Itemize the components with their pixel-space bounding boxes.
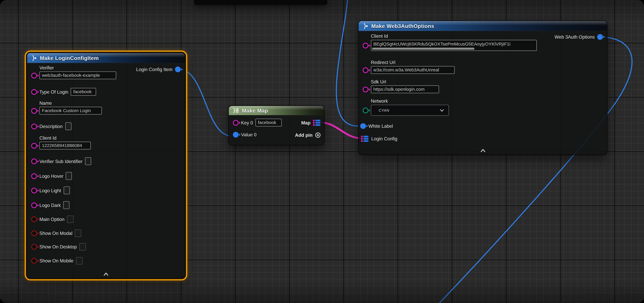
pin-label-value0: Value 0 — [241, 132, 256, 137]
pin-label-show-on-desktop: Show On Desktop — [40, 244, 77, 249]
make-map-icon — [232, 108, 239, 113]
output-row-web3auth-options: Web 3Auth Options — [554, 34, 603, 40]
pin-row-white-label: White Label — [360, 123, 393, 129]
pin-label-description: Description — [40, 124, 62, 129]
pin-logo-dark[interactable] — [31, 202, 37, 208]
pin-main-option[interactable] — [31, 216, 37, 222]
wire-map-to-login-config[interactable] — [320, 122, 362, 138]
pin-label-logo-hover: Logo Hover — [40, 174, 64, 178]
node-make-web3authoptions-header[interactable]: Make Web3AuthOptions — [358, 21, 607, 31]
pin-row-show-on-mobile: Show On Mobile — [31, 257, 82, 264]
node-make-map-header[interactable]: Make Map — [229, 106, 324, 116]
pin-client-id[interactable] — [31, 143, 37, 149]
pin-label-verifier: Verifier — [40, 65, 54, 70]
pin-logo-hover[interactable] — [31, 173, 37, 179]
map-pin-icon[interactable] — [361, 136, 369, 142]
pin-redirect-url[interactable] — [362, 67, 368, 73]
pin-label-client-id: Client Id — [371, 34, 388, 39]
pin-row-login-config: Login Config — [361, 136, 398, 142]
pin-label-main-option: Main Option — [40, 217, 64, 222]
pin-label-logo-light: Logo Light — [40, 188, 61, 193]
logo-dark-input[interactable] — [63, 201, 70, 209]
pin-label-white-label: White Label — [368, 124, 393, 128]
collapse-node-button[interactable] — [480, 149, 486, 153]
node-title: Make Map — [242, 107, 268, 114]
node-make-map[interactable]: Make Map Key 0 facebook Map Value 0 Add … — [228, 106, 324, 145]
main-option-checkbox[interactable] — [67, 216, 74, 223]
pin-label-client-id: Client Id — [40, 136, 56, 140]
wire-loginconfigitem-to-value0[interactable] — [179, 70, 232, 136]
output-pin-label: Login Config Item — [136, 67, 172, 72]
verifier-sub-identifier-input[interactable] — [85, 157, 91, 165]
pin-name[interactable] — [31, 108, 37, 114]
show-on-desktop-checkbox[interactable] — [79, 243, 86, 250]
wire-top-to-white-label[interactable] — [336, 0, 358, 126]
add-pin-button[interactable]: Add pin — [295, 132, 321, 138]
show-on-modal-checkbox[interactable] — [75, 230, 82, 237]
pin-row-verifier: Verifier web3auth-facebook-example — [31, 65, 116, 79]
type-of-login-input[interactable]: facebook — [71, 88, 96, 96]
name-input[interactable]: Facebook Custom Login — [40, 107, 102, 114]
pin-verifier[interactable] — [31, 73, 37, 78]
graph-canvas[interactable]: Make LoginConfigItem Login Config Item V… — [0, 0, 644, 303]
pin-label-show-on-mobile: Show On Mobile — [40, 258, 73, 263]
sdk-url-input[interactable]: https://sdk.openlogin.com — [371, 85, 439, 93]
output-pin-login-config-item[interactable] — [175, 66, 181, 72]
pin-row-description: Description — [31, 122, 71, 130]
pin-description[interactable] — [31, 124, 37, 129]
client-id-input[interactable]: 1222658941886084 — [40, 142, 91, 150]
pin-label-network: Network — [371, 98, 388, 104]
network-dropdown[interactable]: CYAN — [371, 105, 449, 116]
node-make-loginconfigitem-header[interactable]: Make LoginConfigItem — [27, 53, 185, 63]
pin-label-logo-dark: Logo Dark — [40, 202, 61, 208]
pin-value0[interactable] — [233, 132, 238, 138]
output-pin-web3auth-options[interactable] — [597, 34, 603, 40]
pin-row-logo-hover: Logo Hover — [31, 172, 72, 180]
pin-show-on-mobile[interactable] — [31, 258, 37, 264]
pin-label-redirect-url: Redirect Url — [371, 60, 395, 65]
input-scrollbar[interactable] — [372, 48, 474, 50]
pin-network[interactable] — [362, 108, 368, 113]
pin-logo-light[interactable] — [31, 188, 37, 193]
pin-row-show-on-modal: Show On Modal — [31, 230, 82, 237]
node-make-loginconfigitem[interactable]: Make LoginConfigItem Login Config Item V… — [27, 52, 185, 278]
pin-row-key0: Key 0 facebook — [233, 119, 282, 126]
logo-light-input[interactable] — [64, 186, 70, 194]
node-make-web3authoptions[interactable]: Make Web3AuthOptions Web 3Auth Options C… — [358, 20, 607, 155]
offscreen-node-partial[interactable] — [194, 0, 328, 5]
verifier-input[interactable]: web3auth-facebook-example — [40, 72, 116, 79]
pin-row-logo-dark: Logo Dark — [31, 201, 70, 209]
output-row-login-config-item: Login Config Item — [136, 66, 181, 72]
pin-client-id[interactable] — [362, 43, 368, 48]
pin-show-on-modal[interactable] — [31, 230, 37, 236]
blueprint-editor-viewport: Make LoginConfigItem Login Config Item V… — [0, 0, 644, 303]
logo-hover-input[interactable] — [66, 172, 72, 180]
pin-row-redirect-url: Redirect Url w3a://com.w3a.Web3AuthUnrea… — [362, 60, 454, 74]
pin-row-show-on-desktop: Show On Desktop — [31, 243, 86, 250]
pin-row-name: Name Facebook Custom Login — [31, 100, 102, 114]
pin-verifier-sub-identifier[interactable] — [31, 158, 37, 164]
network-selected-value: CYAN — [379, 108, 389, 112]
pin-type-of-login[interactable] — [31, 89, 37, 95]
description-input[interactable] — [65, 122, 71, 130]
pin-row-type-of-login: Type Of Login facebook — [31, 88, 96, 96]
pin-row-logo-light: Logo Light — [31, 186, 70, 194]
redirect-url-input[interactable]: w3a://com.w3a.Web3AuthUnreal — [371, 66, 454, 74]
pin-label-key0: Key 0 — [241, 120, 253, 125]
collapse-node-button[interactable] — [103, 272, 109, 276]
make-struct-icon — [31, 55, 37, 61]
pin-white-label[interactable] — [360, 123, 366, 129]
map-pin-icon[interactable] — [313, 120, 321, 126]
chevron-down-icon — [440, 109, 444, 112]
pin-row-value0: Value 0 — [233, 132, 256, 138]
pin-show-on-desktop[interactable] — [31, 244, 37, 250]
key0-input[interactable]: facebook — [256, 119, 282, 126]
pin-sdk-url[interactable] — [362, 86, 368, 92]
make-struct-icon — [362, 23, 368, 29]
pin-row-sdk-url: Sdk Url https://sdk.openlogin.com — [362, 79, 439, 93]
show-on-mobile-checkbox[interactable] — [76, 257, 82, 264]
client-id-input[interactable]: BEglQSgt4cUWcj6SKRdu5QkOXTsePmMcusG5EAoy… — [371, 40, 537, 51]
pin-label-sdk-url: Sdk Url — [371, 79, 386, 84]
pin-key0[interactable] — [233, 120, 238, 125]
node-title: Make LoginConfigItem — [40, 55, 99, 61]
